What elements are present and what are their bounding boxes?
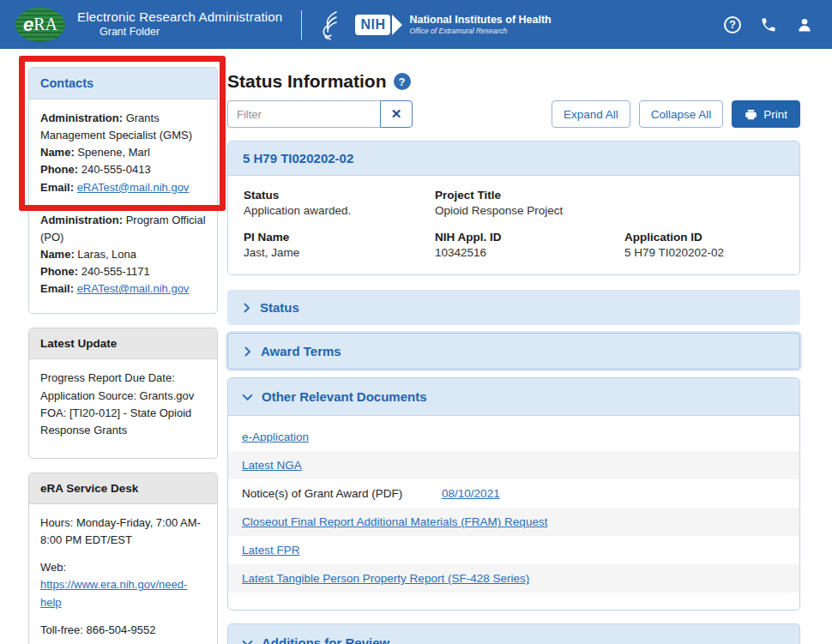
contact-po: Administration: Program Official (PO) Na… — [40, 212, 206, 298]
field-value: Opioid Response Project — [435, 204, 624, 217]
help-icon[interactable]: ? — [724, 16, 741, 33]
section-other-documents-expanded[interactable]: Other Relevant Documents — [228, 378, 799, 416]
field-value: Jast, Jame — [244, 246, 435, 259]
contact-name-label: Name: — [40, 146, 75, 159]
field-value: 10342516 — [435, 246, 624, 259]
app-title: Electronic Research Administration — [77, 9, 282, 26]
doc-link-closeout-fram[interactable]: Closeout Final Report Additional Materia… — [242, 515, 547, 528]
nih-logo: NIH — [355, 15, 390, 35]
field-label: Application ID — [624, 231, 784, 244]
contacts-panel-title: Contacts — [29, 68, 217, 99]
contact-name-label: Name: — [40, 248, 75, 261]
contact-email-link[interactable]: eRATest@mail.nih.gov — [77, 282, 190, 295]
field-label: NIH Appl. ID — [435, 231, 624, 244]
field-label: Project Title — [435, 189, 624, 202]
filter-group: ✕ — [227, 100, 413, 128]
grant-field-pi-name: PI Name Jast, Jame — [244, 231, 435, 259]
contacts-panel: Contacts Administration: Grants Manageme… — [28, 67, 218, 314]
doc-link-nga-date[interactable]: 08/10/2021 — [442, 487, 500, 500]
era-logo: eRA — [15, 8, 65, 42]
section-additions-label: Additions for Review — [262, 635, 389, 644]
print-label: Print — [763, 108, 787, 121]
contact-phone-value: 240-555-1171 — [78, 265, 150, 278]
chevron-down-icon — [242, 637, 253, 644]
section-other-documents-label: Other Relevant Documents — [262, 389, 427, 404]
latest-update-line: Application Source: Grants.gov — [40, 389, 194, 402]
field-value: 5 H79 TI020202-02 — [624, 246, 784, 259]
grant-number: 5 H79 TI020202-02 — [228, 141, 799, 176]
contact-email-link[interactable]: eRATest@mail.nih.gov — [77, 181, 190, 194]
doc-link-e-application[interactable]: e-Application — [242, 430, 309, 443]
latest-update-panel: Latest Update Progress Report Due Date: … — [28, 328, 218, 459]
collapse-all-button[interactable]: Collapse All — [639, 100, 724, 128]
section-additions-for-review[interactable]: Additions for Review — [227, 623, 800, 644]
app-title-block: Electronic Research Administration Grant… — [77, 9, 282, 39]
contact-name-value: Spenene, Marl — [75, 146, 150, 159]
era-logo-e: e — [23, 14, 33, 36]
field-label: PI Name — [244, 231, 435, 244]
nih-lockup: NIH National Institutes of Health Office… — [355, 14, 551, 35]
section-award-terms-collapsed[interactable]: Award Terms — [227, 333, 800, 370]
printer-icon — [745, 108, 757, 121]
page-title: Status Information — [227, 71, 387, 92]
app-subtitle: Grant Folder — [77, 26, 282, 39]
contact-phone-value: 240-555-0413 — [78, 163, 151, 176]
contact-gms: Administration: Grants Management Specia… — [40, 110, 206, 196]
grant-field-application-id: Application ID 5 H79 TI020202-02 — [624, 231, 784, 259]
nih-arrow-icon — [392, 15, 402, 35]
doc-row: Notice(s) of Grant Award (PDF) 08/10/202… — [228, 479, 799, 508]
contact-email-label: Email: — [40, 181, 74, 194]
filter-clear-button[interactable]: ✕ — [380, 100, 413, 128]
hhs-eagle-icon — [317, 9, 343, 41]
service-desk-hours: Hours: Monday-Friday, 7:00 AM-8:00 PM ED… — [40, 516, 201, 546]
other-relevant-documents-section: Other Relevant Documents e-Application L… — [227, 377, 800, 611]
chevron-down-icon — [242, 391, 253, 402]
doc-link-latest-fpr[interactable]: Latest FPR — [242, 544, 300, 557]
status-info-help-icon[interactable]: ? — [394, 73, 411, 90]
contact-administration-label: Administration: — [40, 214, 123, 226]
era-logo-ra: RA — [33, 15, 57, 34]
doc-row: Latest FPR — [228, 536, 799, 564]
main-content: Status Information ? ✕ Expand All Collap… — [227, 71, 800, 644]
expand-all-button[interactable]: Expand All — [552, 100, 630, 128]
service-desk-panel: eRA Service Desk Hours: Monday-Friday, 7… — [28, 472, 218, 644]
doc-row: Closeout Final Report Additional Materia… — [228, 508, 799, 536]
chevron-right-icon — [242, 346, 252, 357]
doc-row: Latest NGA — [228, 451, 799, 479]
service-desk-web-link[interactable]: https://www.era.nih.gov/need-help — [40, 578, 187, 608]
contact-phone-label: Phone: — [40, 265, 78, 278]
nih-title: National Institutes of Health — [409, 14, 551, 27]
user-icon[interactable] — [796, 16, 813, 33]
service-desk-title: eRA Service Desk — [29, 473, 217, 504]
app-header: eRA Electronic Research Administration G… — [0, 0, 832, 49]
phone-icon[interactable] — [760, 16, 777, 33]
contact-name-value: Laras, Lona — [75, 248, 136, 261]
grant-summary-card: 5 H79 TI020202-02 Status Application awa… — [227, 141, 800, 275]
nih-subtitle: Office of Extramural Research — [409, 27, 551, 35]
print-button[interactable]: Print — [732, 100, 800, 128]
filter-input[interactable] — [227, 100, 380, 128]
doc-label-notice-grant-award: Notice(s) of Grant Award (PDF) — [242, 487, 402, 500]
doc-row: e-Application — [228, 423, 799, 451]
latest-update-line: FOA: [TI20-012] - State Opioid Response … — [40, 406, 191, 436]
grant-field-nih-appl-id: NIH Appl. ID 10342516 — [435, 231, 624, 259]
header-divider — [301, 10, 302, 39]
doc-link-latest-nga[interactable]: Latest NGA — [242, 459, 302, 472]
service-desk-tollfree: Toll-free: 866-504-9552 — [40, 623, 155, 636]
section-status-collapsed[interactable]: Status — [227, 290, 800, 325]
contact-email-label: Email: — [40, 282, 74, 295]
contact-phone-label: Phone: — [40, 163, 78, 176]
contact-administration-label: Administration: — [40, 111, 123, 124]
grant-field-project-title: Project Title Opioid Response Project — [435, 189, 624, 217]
doc-link-tangible-property-report[interactable]: Latest Tangible Person Property Report (… — [242, 572, 529, 585]
grant-field-status: Status Application awarded. — [244, 189, 435, 217]
chevron-right-icon — [241, 303, 251, 313]
section-award-terms-label: Award Terms — [261, 344, 341, 358]
latest-update-line: Progress Report Due Date: — [40, 371, 175, 384]
sidebar: Contacts Administration: Grants Manageme… — [28, 67, 218, 644]
latest-update-title: Latest Update — [29, 328, 217, 359]
field-label: Status — [244, 189, 435, 202]
field-value: Application awarded. — [244, 204, 435, 217]
section-status-label: Status — [260, 300, 299, 315]
doc-row: Latest Tangible Person Property Report (… — [228, 564, 799, 593]
